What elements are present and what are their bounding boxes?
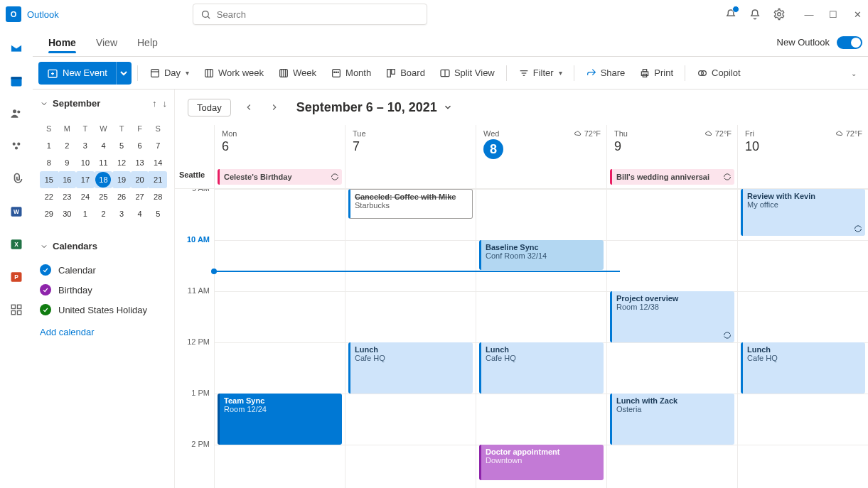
weather-badge[interactable]: 72°F (704, 129, 732, 138)
mini-cal-day[interactable]: 24 (76, 188, 95, 205)
mini-cal-day[interactable]: 10 (76, 154, 95, 171)
mini-cal-day[interactable]: 18 (95, 171, 113, 188)
view-day-button[interactable]: Day▾ (144, 62, 195, 85)
date-range-picker[interactable]: September 6 – 10, 2021 (296, 100, 453, 115)
mini-cal-day[interactable]: 4 (131, 205, 149, 222)
calendar-color-dot[interactable] (40, 284, 51, 295)
tab-view[interactable]: View (86, 28, 127, 56)
mini-cal-day[interactable]: 5 (112, 137, 131, 154)
maximize-button[interactable]: ☐ (828, 9, 838, 20)
mini-cal-day[interactable]: 23 (58, 188, 77, 205)
mini-cal-next[interactable]: ↓ (163, 98, 168, 109)
mini-cal-day[interactable]: 8 (40, 154, 58, 171)
day-header[interactable]: Mon6 (214, 125, 345, 168)
calendar-event[interactable]: Baseline SyncConf Room 32/14 (479, 240, 604, 270)
day-header[interactable]: Fri1072°F (737, 125, 868, 168)
rail-groups-icon[interactable] (9, 139, 23, 153)
close-button[interactable]: ✕ (852, 9, 862, 20)
mini-cal-day[interactable]: 11 (95, 154, 113, 171)
tab-home[interactable]: Home (38, 28, 86, 56)
mini-cal-day[interactable]: 15 (40, 171, 58, 188)
day-header[interactable]: Tue7 (345, 125, 476, 168)
weather-badge[interactable]: 72°F (574, 129, 601, 138)
calendar-color-dot[interactable] (40, 304, 51, 315)
mini-cal-day[interactable]: 7 (149, 137, 167, 154)
mini-cal-day[interactable]: 20 (131, 171, 149, 188)
mini-cal-day[interactable]: 12 (112, 154, 131, 171)
rail-excel-icon[interactable]: X (9, 237, 23, 251)
mini-cal-day[interactable]: 6 (131, 137, 149, 154)
allday-cell[interactable] (476, 168, 606, 188)
notifications-icon[interactable] (724, 8, 737, 21)
mini-cal-day[interactable]: 26 (112, 188, 131, 205)
calendar-event[interactable]: Review with KevinMy office (741, 189, 865, 236)
calendar-event[interactable]: Canceled: Coffee with MikeStarbucks (348, 189, 473, 219)
bell-icon[interactable] (749, 8, 761, 21)
mini-cal-day[interactable]: 1 (40, 137, 58, 154)
mini-cal-day[interactable]: 30 (58, 205, 77, 222)
search-input[interactable] (217, 9, 419, 20)
view-week-button[interactable]: Week (272, 62, 322, 85)
rail-powerpoint-icon[interactable]: P (9, 270, 23, 284)
next-week-button[interactable] (267, 99, 282, 115)
mini-cal-day[interactable]: 3 (112, 205, 131, 222)
add-calendar-link[interactable]: Add calendar (40, 320, 167, 345)
rail-files-icon[interactable] (9, 172, 23, 186)
calendar-event[interactable]: Project overviewRoom 12/38 (610, 291, 734, 342)
day-column-mon[interactable]: Team SyncRoom 12/24 (214, 189, 345, 488)
calendar-list-item[interactable]: United States Holiday (40, 300, 167, 320)
day-column-fri[interactable]: Review with KevinMy officeLunchCafe HQ (737, 189, 868, 488)
day-header[interactable]: Thu972°F (606, 125, 737, 168)
mini-cal-day[interactable]: 13 (131, 154, 149, 171)
calendar-event[interactable]: Lunch with ZackOsteria (610, 394, 734, 445)
calendar-event[interactable]: LunchCafe HQ (479, 342, 604, 394)
calendar-list-item[interactable]: Birthday (40, 280, 167, 300)
rail-calendar-icon[interactable] (9, 74, 23, 88)
calendar-list-item[interactable]: Calendar (40, 260, 167, 280)
search-box[interactable] (193, 4, 427, 25)
calendar-event[interactable]: Team SyncRoom 12/24 (218, 394, 342, 445)
mini-cal-day[interactable]: 29 (40, 205, 58, 222)
mini-cal-day[interactable]: 19 (112, 171, 131, 188)
settings-icon[interactable] (773, 8, 786, 21)
print-button[interactable]: Print (633, 62, 679, 85)
mini-cal-day[interactable]: 4 (95, 137, 113, 154)
rail-word-icon[interactable]: W (9, 205, 23, 219)
rail-mail-icon[interactable] (9, 41, 23, 55)
share-button[interactable]: Share (580, 62, 631, 85)
rail-more-apps-icon[interactable] (9, 303, 23, 317)
mini-cal-day[interactable]: 9 (58, 154, 77, 171)
day-column-thu[interactable]: Project overviewRoom 12/38Lunch with Zac… (606, 189, 737, 488)
mini-cal-day[interactable]: 27 (131, 188, 149, 205)
calendar-event[interactable]: Doctor appointmentDowntown (479, 445, 604, 480)
new-event-split[interactable] (116, 62, 132, 85)
filter-button[interactable]: Filter▾ (513, 62, 568, 85)
mini-cal-day[interactable]: 1 (76, 205, 95, 222)
split-view-button[interactable]: Split View (434, 62, 500, 85)
calendar-event[interactable]: LunchCafe HQ (741, 342, 865, 394)
allday-event[interactable]: Bill's wedding anniversai (610, 169, 734, 185)
allday-event[interactable]: Celeste's Birthday (218, 169, 342, 185)
view-month-button[interactable]: Month (325, 62, 377, 85)
mini-cal-day[interactable]: 14 (149, 154, 167, 171)
new-outlook-toggle[interactable] (837, 36, 862, 49)
allday-cell[interactable] (737, 168, 868, 188)
toolbar-overflow[interactable]: ⌄ (844, 67, 862, 78)
mini-cal-day[interactable]: 17 (76, 171, 95, 188)
calendar-color-dot[interactable] (40, 264, 51, 276)
mini-cal-day[interactable]: 5 (149, 205, 167, 222)
view-board-button[interactable]: Board (380, 62, 431, 85)
view-workweek-button[interactable]: Work week (198, 62, 269, 85)
mini-cal-header[interactable]: September ↑ ↓ (40, 98, 167, 109)
day-column-tue[interactable]: Canceled: Coffee with MikeStarbucksLunch… (345, 189, 476, 488)
new-event-button[interactable]: New Event (38, 62, 132, 85)
mini-cal-day[interactable]: 28 (149, 188, 167, 205)
mini-cal-day[interactable]: 25 (95, 188, 113, 205)
prev-week-button[interactable] (241, 99, 257, 115)
calendars-section-header[interactable]: Calendars (40, 241, 167, 251)
rail-people-icon[interactable] (9, 107, 23, 121)
allday-cell[interactable]: Celeste's Birthday (214, 168, 345, 188)
tab-help[interactable]: Help (127, 28, 168, 56)
mini-cal-day[interactable]: 2 (58, 137, 77, 154)
copilot-button[interactable]: Copilot (691, 62, 746, 85)
